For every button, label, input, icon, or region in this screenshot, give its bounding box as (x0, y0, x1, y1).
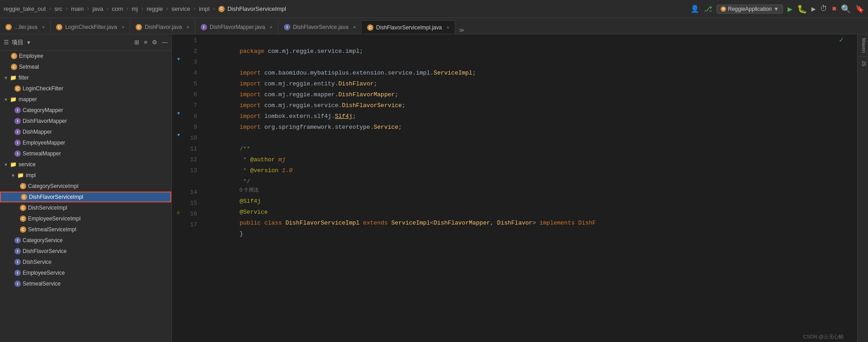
bc-service[interactable]: service (171, 5, 190, 12)
code-line-2 (204, 46, 857, 57)
tree-item-categorymapper[interactable]: I CategoryMapper (0, 105, 171, 116)
run-config-icon: R (721, 6, 726, 12)
tab-label-logincheck: LoginCheckFilter.java (65, 24, 117, 30)
code-line-17: } (204, 218, 857, 229)
file-icon-dishflavorserviceimpl: C (21, 194, 27, 200)
tree-label-employee: Employee (19, 53, 43, 59)
tree-label-impl: impl (26, 172, 36, 178)
tree-item-setmealserviceimpl[interactable]: C SetmealServiceImpl (0, 224, 171, 235)
tree-item-mapper[interactable]: ▼ 📁 mapper (0, 94, 171, 105)
tree-item-employeemapper[interactable]: I EmployeeMapper (0, 137, 171, 148)
tree-item-employeeserviceimpl[interactable]: C EmployeeServiceImpl (0, 213, 171, 224)
bc-reggie[interactable]: reggie (146, 5, 163, 12)
tree-item-impl[interactable]: ▼ 📁 impl (0, 170, 171, 181)
bc-main[interactable]: main (71, 5, 84, 12)
tab-overflow-icon[interactable]: ≫ (459, 27, 465, 34)
bc-com[interactable]: com (112, 5, 123, 12)
profile-icon[interactable]: ⏱ (820, 5, 827, 13)
coverage-icon[interactable]: ▶ (811, 5, 816, 14)
tree-item-setmeal[interactable]: C Setmeal (0, 61, 171, 72)
tree-label-dishflavormapper: DishFlavorMapper (23, 118, 67, 124)
tree-label-setmealservice: SetmealService (23, 281, 61, 287)
maven-tab[interactable]: Maven (858, 34, 868, 57)
bc-java[interactable]: java (92, 5, 103, 12)
stop-icon[interactable]: ■ (832, 5, 836, 13)
file-icon-dishmapper: I (14, 129, 21, 135)
tree-item-service[interactable]: ▼ 📁 service (0, 159, 171, 170)
run-icon[interactable]: ▶ (788, 4, 793, 14)
tab-dishflavor[interactable]: C DishFlavor.java × (130, 20, 195, 34)
code-lines[interactable]: package com.mj.reggie.service.impl; impo… (203, 34, 857, 342)
file-icon-logincheckfilter: C (14, 85, 21, 92)
file-icon-setmealservice: I (14, 281, 21, 287)
sidebar-settings-icon[interactable]: ⚙ (152, 39, 157, 46)
tab-label-dishflavorservice: DishFlavorService.java (293, 24, 349, 30)
gutter-fold-10[interactable]: ▼ (177, 133, 180, 138)
tab-close-controller[interactable]: × (42, 24, 45, 30)
file-icon-dishservice: I (14, 259, 21, 265)
tree-item-dishservice[interactable]: I DishService (0, 257, 171, 267)
tree-item-employee[interactable]: C Employee (0, 51, 171, 61)
bc-impl[interactable]: impl (199, 5, 210, 12)
tree-label-setmealserviceimpl: SetmealServiceImpl (28, 226, 76, 233)
js-tab[interactable]: JS (858, 57, 868, 70)
tree-item-dishflavormapper[interactable]: I DishFlavorMapper (0, 116, 171, 126)
search-icon[interactable]: 🔍 (841, 4, 851, 14)
tree-item-setmealmapper[interactable]: I SetmealMapper (0, 148, 171, 159)
project-name[interactable]: reggie_take_out (4, 5, 46, 12)
sidebar-minimize-icon[interactable]: — (162, 39, 168, 46)
tab-close-dishflavorserviceimpl[interactable]: × (446, 25, 449, 30)
tree-item-logincheckfilter[interactable]: C LoginCheckFilter (0, 83, 171, 94)
sidebar-layout-icon1[interactable]: ⊞ (134, 39, 139, 46)
tab-dishflavorserviceimpl[interactable]: C DishFlavorServiceImpl.java × (362, 20, 455, 34)
code-line-12: * @version 1.0 (204, 155, 857, 165)
arrow-impl: ▼ (11, 173, 15, 178)
code-line-16: public class DishFlavorServiceImpl exten… (204, 207, 857, 218)
sidebar-dropdown-icon[interactable]: ▼ (26, 40, 31, 45)
vcs-icon[interactable]: ⎇ (704, 5, 712, 14)
bc-mj[interactable]: mj (132, 5, 138, 12)
tree-item-dishflavorserviceimpl[interactable]: C DishFlavorServiceImpl (0, 192, 171, 202)
tree-item-categoryservice[interactable]: I CategoryService (0, 235, 171, 246)
bookmark-icon[interactable]: 🔖 (855, 5, 864, 14)
run-config-label: ReggieApplication (728, 6, 772, 12)
sidebar-menu-icon[interactable]: ☰ (4, 39, 9, 46)
tree-item-filter[interactable]: ▼ 📁 filter (0, 72, 171, 83)
tab-controller[interactable]: C ...ller.java × (0, 20, 51, 34)
tab-dishflavormapper[interactable]: I DishFlavorMapper.java × (195, 20, 278, 34)
tab-close-dishflavormapper[interactable]: × (270, 24, 273, 30)
code-line-10: /** (204, 133, 857, 144)
folder-icon-mapper: 📁 (10, 96, 17, 103)
file-icon-categoryservice: I (14, 237, 21, 244)
file-icon-setmealserviceimpl: C (20, 226, 26, 233)
gutter-fold-8[interactable]: ▼ (177, 111, 180, 116)
tab-dishflavorservice[interactable]: I DishFlavorService.java × (278, 20, 362, 34)
tab-close-dishflavorservice[interactable]: × (353, 24, 356, 30)
tree-label-setmeal: Setmeal (19, 64, 39, 70)
tree-item-dishflavorservice[interactable]: I DishFlavorService (0, 246, 171, 257)
user-icon[interactable]: 👤 (690, 5, 699, 14)
tree-item-dishmapper[interactable]: I DishMapper (0, 126, 171, 137)
code-line-6: import com.mj.reggie.service.DishFlavorS… (204, 89, 857, 100)
bc-file-icon: C (218, 6, 225, 12)
tree-item-setmealservice[interactable]: I SetmealService (0, 278, 171, 289)
sidebar-layout-icon2[interactable]: ≡ (144, 39, 147, 46)
code-line-9 (204, 122, 857, 133)
tree-item-categoryserviceimpl[interactable]: C CategoryServiceImpl (0, 181, 171, 192)
tree-item-dishserviceimpl[interactable]: C DishServiceImpl (0, 202, 171, 213)
tree-item-employeeservice[interactable]: I EmployeeService (0, 267, 171, 278)
gutter-fold-3[interactable]: ▼ (177, 57, 180, 62)
tab-logincheckfilter[interactable]: C LoginCheckFilter.java × (51, 20, 130, 34)
tab-close-dishflavor[interactable]: × (186, 24, 189, 30)
bc-src[interactable]: src (54, 5, 62, 12)
editor-area[interactable]: ✓ ▼ ▼ ▼ ⚠ 1 2 3 4 5 6 7 8 9 10 11 (172, 34, 857, 342)
tab-close-logincheck[interactable]: × (122, 24, 124, 30)
tab-label-controller: ...ller.java (14, 24, 38, 30)
main-layout: ☰ 项目 ▼ ⊞ ≡ ⚙ — C Employee C Setmeal ▼ 📁 … (0, 34, 868, 342)
run-config[interactable]: R ReggieApplication ▼ (717, 5, 783, 14)
debug-icon[interactable]: 🐛 (797, 4, 807, 14)
code-line-11: * @author mj (204, 144, 857, 155)
folder-icon-filter: 📁 (10, 75, 17, 81)
folder-icon-impl: 📁 (17, 172, 24, 178)
code-line-4: import com.mj.reggie.entity.DishFlavor; (204, 68, 857, 79)
